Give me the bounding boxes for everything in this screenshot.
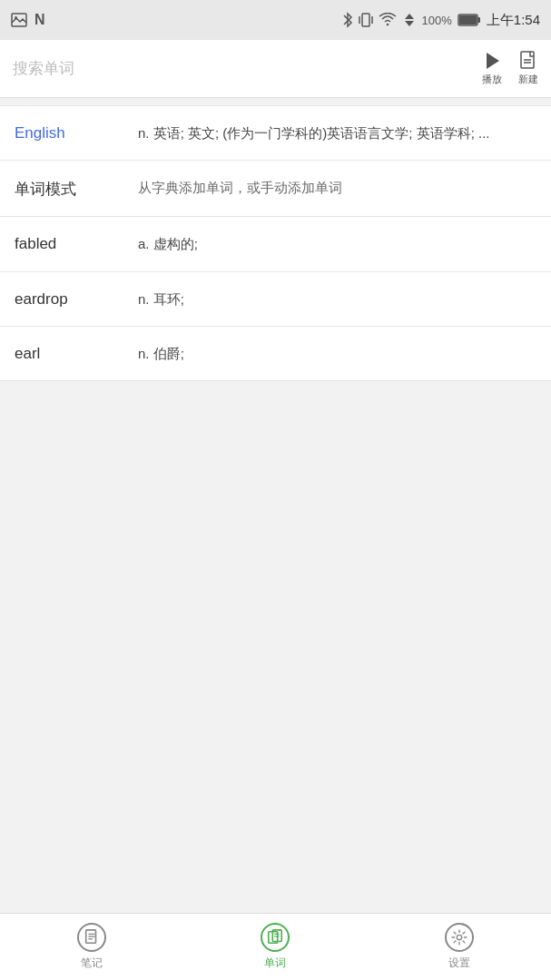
word-list: English n. 英语; 英文; (作为一门学科的)英语语言文学; 英语学科… [0,98,551,913]
new-button[interactable]: 新建 [518,51,538,86]
nav-item-words[interactable]: 单词 [183,923,367,971]
word-term: English [15,122,123,142]
search-actions: 播放 新建 [482,51,538,86]
word-term: fabled [15,233,123,253]
battery-percent: 100% [422,14,452,27]
search-input[interactable]: 搜索单词 [13,58,482,79]
svg-rect-8 [477,17,480,23]
words-nav-label: 单词 [264,956,286,971]
svg-rect-2 [362,14,369,26]
play-button[interactable]: 播放 [482,51,502,86]
play-icon [482,51,502,71]
n-icon: N [34,12,45,28]
nav-item-settings[interactable]: 设置 [368,923,551,971]
svg-marker-5 [405,14,414,19]
word-definition: 从字典添加单词，或手动添加单词 [138,177,536,198]
list-item[interactable]: earl n. 伯爵; [0,327,551,381]
svg-rect-9 [459,15,477,24]
word-term: eardrop [15,289,123,309]
status-left-icons: N [11,12,45,28]
list-item[interactable]: fabled a. 虚构的; [0,217,551,271]
list-item[interactable]: eardrop n. 耳环; [0,272,551,327]
word-definition: n. 伯爵; [138,343,536,364]
signal-icon [402,13,417,27]
nav-item-notes[interactable]: 笔记 [0,923,183,971]
svg-marker-6 [405,21,414,26]
word-definition: a. 虚构的; [138,233,536,254]
new-doc-icon [518,51,538,71]
search-bar[interactable]: 搜索单词 播放 新建 [0,40,551,98]
status-bar: N 100% 上午1:54 [0,0,551,40]
settings-icon [445,923,474,952]
list-item[interactable]: 单词模式 从字典添加单词，或手动添加单词 [0,161,551,217]
settings-nav-label: 设置 [448,956,470,971]
play-label: 播放 [482,73,502,86]
bottom-nav: 笔记 单词 设置 [0,913,551,980]
vibrate-icon [359,12,373,28]
wifi-icon [379,13,397,27]
word-term: earl [15,343,123,363]
new-label: 新建 [518,73,538,86]
notes-icon [77,923,106,952]
word-definition: n. 英语; 英文; (作为一门学科的)英语语言文学; 英语学科; ... [138,122,536,143]
notes-nav-label: 笔记 [81,956,103,971]
word-term: 单词模式 [15,177,123,200]
bluetooth-icon [342,12,353,28]
word-definition: n. 耳环; [138,289,536,309]
words-icon [261,923,290,952]
image-icon [11,13,27,27]
svg-point-22 [457,935,461,939]
battery-icon [458,14,481,26]
status-right-icons: 100% 上午1:54 [342,12,540,29]
status-time: 上午1:54 [487,12,540,29]
svg-marker-10 [487,53,499,69]
list-item[interactable]: English n. 英语; 英文; (作为一门学科的)英语语言文学; 英语学科… [0,105,551,161]
